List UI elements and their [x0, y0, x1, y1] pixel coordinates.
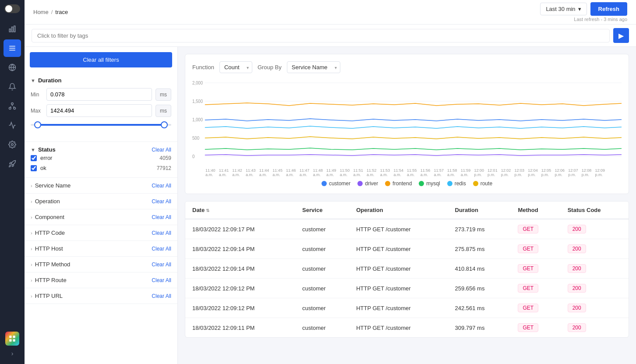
legend-dot-mysql: [419, 181, 424, 186]
filter-row-clear-1[interactable]: Clear All: [152, 198, 171, 205]
sidebar-item-barchart[interactable]: [4, 20, 21, 38]
filter-row-clear-0[interactable]: Clear All: [152, 183, 171, 189]
x-label-8: 11:48 a.m.: [313, 168, 326, 177]
body-area: Clear all filters ▼ Duration Min ms: [25, 47, 636, 364]
x-label-27: 12:07 p.m.: [568, 168, 582, 177]
x-label-1: 11:41 a.m.: [219, 168, 233, 177]
table-row[interactable]: 18/03/2022 12:09:14 PM customer HTTP GET…: [185, 259, 629, 279]
status-checkbox-error[interactable]: [31, 155, 37, 161]
legend-dot-frontend: [385, 181, 390, 186]
filter-row-http-route[interactable]: › HTTP Route Clear All: [25, 272, 177, 288]
filter-row-component[interactable]: › Component Clear All: [25, 209, 177, 225]
table-row[interactable]: 18/03/2022 12:09:11 PM customer HTTP GET…: [185, 318, 629, 338]
table-row[interactable]: 18/03/2022 12:09:17 PM customer HTTP GET…: [185, 219, 629, 239]
table-row[interactable]: 18/03/2022 12:09:12 PM customer HTTP GET…: [185, 279, 629, 298]
cell-status-4: 200: [561, 298, 629, 318]
method-badge-5: GET: [518, 323, 538, 332]
filter-row-http-code[interactable]: › HTTP Code Clear All: [25, 225, 177, 241]
sidebar-item-globe[interactable]: [4, 59, 21, 76]
filter-row-label-6: › HTTP Route: [31, 277, 67, 283]
status-checkbox-ok[interactable]: [31, 165, 37, 171]
sidebar-item-settings[interactable]: [4, 136, 21, 153]
breadcrumb-home[interactable]: Home: [33, 9, 49, 15]
legend-item-route: route: [473, 180, 492, 187]
main-content: Home / trace Last 30 min ▾ Refresh Last …: [25, 0, 636, 364]
status-section: ▼ Status Clear All error 4059 ok 77912: [25, 142, 177, 178]
time-picker[interactable]: Last 30 min ▾: [540, 3, 587, 15]
collapse-icon[interactable]: ›: [9, 347, 16, 360]
filter-row-http-method[interactable]: › HTTP Method Clear All: [25, 257, 177, 272]
th-duration: Duration: [448, 201, 511, 219]
status-header[interactable]: ▼ Status Clear All: [31, 146, 171, 153]
cell-date-4: 18/03/2022 12:09:12 PM: [185, 298, 295, 318]
cell-duration-4: 242.561 ms: [448, 298, 511, 318]
refresh-button[interactable]: Refresh: [590, 2, 627, 16]
filter-row-clear-5[interactable]: Clear All: [152, 262, 171, 268]
filter-row-clear-7[interactable]: Clear All: [152, 293, 171, 299]
filter-row-clear-2[interactable]: Clear All: [152, 214, 171, 220]
topbar-controls: Last 30 min ▾ Refresh: [540, 2, 627, 16]
duration-max-input[interactable]: [46, 104, 152, 117]
status-chevron: ▼: [31, 147, 35, 152]
breadcrumb: Home / trace: [33, 9, 68, 15]
x-label-29: 12:09 p.m.: [595, 168, 608, 177]
sidebar-item-rocket[interactable]: [4, 155, 21, 173]
filter-row-clear-6[interactable]: Clear All: [152, 277, 171, 283]
svg-rect-11: [9, 336, 11, 338]
clear-all-filters-button[interactable]: Clear all filters: [30, 52, 172, 67]
legend-item-driver: driver: [357, 180, 378, 187]
duration-range-slider[interactable]: [31, 120, 171, 129]
x-label-0: 11:40 a.m.: [205, 168, 219, 177]
filter-row-clear-4[interactable]: Clear All: [152, 246, 171, 252]
sidebar-item-menu[interactable]: [4, 39, 21, 57]
filter-run-button[interactable]: ▶: [613, 28, 629, 43]
cell-service-2: customer: [295, 259, 349, 279]
filter-row-service-name[interactable]: › Service Name Clear All: [25, 178, 177, 194]
sidebar-item-network[interactable]: [4, 97, 21, 115]
cell-service-5: customer: [295, 318, 349, 338]
sidebar-item-alert[interactable]: [4, 78, 21, 95]
cell-operation-4: HTTP GET /customer: [349, 298, 448, 318]
table-row[interactable]: 18/03/2022 12:09:14 PM customer HTTP GET…: [185, 239, 629, 259]
filter-row-http-url[interactable]: › HTTP URL Clear All: [25, 288, 177, 304]
sidebar-item-linechart[interactable]: [4, 117, 21, 134]
duration-max-row: Max ms: [31, 104, 171, 117]
filter-row-http-host[interactable]: › HTTP Host Clear All: [25, 241, 177, 257]
svg-text:500: 500: [192, 136, 200, 141]
tag-filter-input[interactable]: [32, 29, 610, 42]
cell-method-4: GET: [511, 298, 560, 318]
svg-point-10: [11, 144, 14, 146]
sidebar-toggle[interactable]: [4, 4, 20, 13]
status-items: error 4059 ok 77912: [31, 153, 171, 173]
legend-dot-driver: [357, 181, 363, 186]
status-title: ▼ Status: [31, 146, 56, 153]
filter-row-operation[interactable]: › Operation Clear All: [25, 194, 177, 209]
group-by-select[interactable]: Service Name: [287, 61, 340, 73]
status-clear-button[interactable]: Clear All: [152, 147, 171, 153]
duration-header[interactable]: ▼ Duration: [31, 77, 171, 84]
legend-item-mysql: mysql: [419, 180, 440, 187]
cell-status-0: 200: [561, 219, 629, 239]
legend-dot-redis: [447, 181, 452, 186]
table-row[interactable]: 18/03/2022 12:09:12 PM customer HTTP GET…: [185, 298, 629, 318]
duration-min-input[interactable]: [46, 88, 152, 101]
th-date[interactable]: Date: [185, 201, 295, 219]
svg-text:1,500: 1,500: [192, 99, 203, 104]
breadcrumb-current: trace: [55, 9, 68, 15]
status-label-ok: ok: [40, 165, 153, 171]
cell-service-3: customer: [295, 279, 349, 298]
x-label-28: 12:08 p.m.: [582, 168, 595, 177]
table-body: 18/03/2022 12:09:17 PM customer HTTP GET…: [185, 219, 629, 337]
slack-icon[interactable]: [5, 332, 19, 346]
cell-date-1: 18/03/2022 12:09:14 PM: [185, 239, 295, 259]
group-by-select-wrapper: Service Name ▾: [287, 61, 340, 73]
traces-table: DateServiceOperationDurationMethodStatus…: [185, 201, 629, 337]
legend-label-route: route: [481, 180, 492, 187]
duration-max-unit: ms: [155, 105, 171, 117]
filter-row-chevron-0: ›: [31, 183, 32, 188]
status-count-ok: 77912: [157, 165, 171, 171]
table-container: DateServiceOperationDurationMethodStatus…: [185, 201, 629, 338]
filter-row-clear-3[interactable]: Clear All: [152, 230, 171, 236]
function-select[interactable]: Count: [219, 61, 252, 73]
time-picker-label: Last 30 min: [546, 6, 575, 12]
